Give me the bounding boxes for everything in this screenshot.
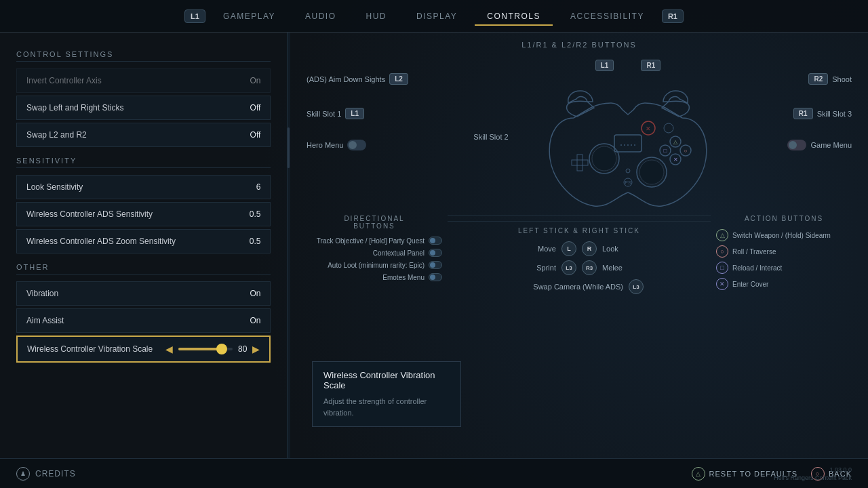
tooltip-description: Adjust the strength of controller vibrat… [323,396,450,418]
binding-skill3: Skill Slot 3 R1 [793,108,852,119]
stick-action-label: Sprint [448,264,556,272]
svg-rect-7 [577,155,583,160]
action-cross: ✕ Enter Cover [716,278,852,290]
nav-r1-button[interactable]: R1 [662,9,684,23]
svg-point-20 [626,169,630,173]
slider-thumb[interactable] [216,344,227,354]
svg-point-22 [624,144,625,146]
action-label: Reload / Interact [732,264,782,272]
cross-btn: ✕ [716,278,728,290]
tooltip-title: Wireless Controller Vibration Scale [323,370,450,390]
setting-vibration[interactable]: Vibration On [16,281,271,306]
square-btn: □ [716,262,728,274]
hero-menu-label: Hero Menu [307,141,343,149]
action-section: ACTION BUTTONS △ Switch Weapon / (Hold) … [716,215,852,294]
setting-value: On [250,289,260,298]
setting-value: Off [250,103,261,113]
slider-track[interactable] [178,348,233,350]
triangle-btn: △ [716,229,728,241]
top-nav: L1 GAMEPLAY AUDIO HUD DISPLAY CONTROLS A… [0,0,868,33]
svg-point-23 [627,144,629,146]
skill-slot2-binding: Skill Slot 2 [442,131,540,142]
setting-label: Wireless Controller ADS Zoom Sensitivity [26,237,176,246]
setting-ads-zoom-sensitivity[interactable]: Wireless Controller ADS Zoom Sensitivity… [16,229,271,253]
tab-display[interactable]: DISPLAY [404,7,469,25]
tab-hud[interactable]: HUD [354,7,399,25]
setting-swap-sticks[interactable]: Swap Left and Right Sticks Off [16,96,271,120]
binding-shoot: Shoot R2 [808,73,852,85]
dir-toggle-3 [429,261,442,269]
buttons-section-title: L1/R1 & L2/R2 BUTTONS [521,41,637,49]
left-panel: CONTROL SETTINGS Invert Controller Axis … [0,33,288,458]
nav-l1-button[interactable]: L1 [184,9,205,23]
setting-look-sensitivity[interactable]: Look Sensitivity 6 [16,175,271,199]
l1r1-row: L1 R1 [595,60,660,71]
svg-text:✕: ✕ [673,157,678,163]
setting-aim-assist[interactable]: Aim Assist On [16,308,271,333]
version-number: 1.03.0.0 [829,466,852,473]
dir-label: Emotes Menu [307,274,425,281]
tab-audio[interactable]: AUDIO [293,7,349,25]
l3-camera-badge: L3 [629,279,644,294]
credits-label: CREDITS [35,469,76,479]
tab-accessibility[interactable]: ACCESSIBILITY [558,7,656,25]
dir-autoloot: Auto Loot (minimum rarity: Epic) [307,261,442,269]
setting-value: 0.5 [250,209,261,219]
tab-gameplay[interactable]: GAMEPLAY [211,7,288,25]
action-label: Enter Cover [732,281,768,288]
binding-ads: (ADS) Aim Down Sights L2 [307,73,442,85]
action-square: □ Reload / Interact [716,262,852,274]
setting-vibration-scale[interactable]: Wireless Controller Vibration Scale ◀ 80… [16,336,271,363]
slider-container[interactable]: ◀ 80 ▶ [165,344,260,354]
dir-track: Track Objective / [Hold] Party Quest [307,237,442,245]
setting-label: Look Sensitivity [26,182,83,192]
setting-swap-l2r2[interactable]: Swap L2 and R2 Off [16,123,271,147]
slider-right-arrow[interactable]: ▶ [252,344,260,354]
binding-label: Skill Slot 1 [307,110,341,118]
dir-toggle-2 [429,249,442,257]
reset-btn-icon: △ [692,467,705,481]
r1-badge: R1 [793,108,813,119]
dir-label: Contextual Panel [307,249,425,257]
scrollbar[interactable] [288,33,290,458]
skill-slot2-label: Skill Slot 2 [473,133,508,141]
setting-value: On [250,316,260,325]
scrollbar-thumb[interactable] [288,127,290,168]
binding-label: (ADS) Aim Down Sights [307,75,385,83]
hero-menu-toggle [347,140,366,150]
controller-center: L1 R1 [540,60,716,216]
l1-center-badge: L1 [595,60,614,71]
sticks-title: LEFT STICK & RIGHT STICK [448,221,711,235]
svg-point-21 [620,144,622,146]
svg-text:PS: PS [625,180,631,185]
stick-move: Move L R Look [448,241,711,256]
svg-text:△: △ [673,139,678,145]
stick-action-label: Swap Camera (While ADS) [515,283,623,291]
game-menu-toggle [787,140,806,150]
setting-value: 0.5 [250,237,261,246]
action-triangle: △ Switch Weapon / (Hold) Sidearm [716,229,852,241]
dir-label: Auto Loot (minimum rarity: Epic) [307,262,425,269]
setting-invert-axis[interactable]: Invert Controller Axis On [16,68,271,93]
action-circle: ○ Roll / Traverse [716,245,852,258]
slider-fill [178,348,222,350]
r3-stick-badge: R3 [582,260,597,275]
stick-right-label: Melee [602,264,711,272]
sensitivity-title: SENSITIVITY [16,157,271,168]
setting-label: Swap Left and Right Sticks [26,103,123,113]
l-stick-badge: L [561,241,576,256]
r1-center-badge: R1 [641,60,660,71]
stick-swap-camera: Swap Camera (While ADS) L3 [515,279,644,294]
credits-button[interactable]: ♟ CREDITS [16,467,76,481]
controller-diagram: Skill Slot 2 L1 R1 [442,60,716,216]
circle-btn: ○ [716,245,728,258]
svg-rect-6 [583,160,588,165]
credits-icon: ♟ [16,467,30,481]
svg-point-3 [639,160,664,184]
l2-badge: L2 [389,73,408,85]
tab-controls[interactable]: CONTROLS [475,7,553,25]
stick-bindings: Move L R Look Sprint L3 R3 Melee Swa [448,241,711,294]
setting-ads-sensitivity[interactable]: Wireless Controller ADS Sensitivity 0.5 [16,202,271,226]
svg-point-25 [634,144,635,146]
slider-left-arrow[interactable]: ◀ [165,344,173,354]
